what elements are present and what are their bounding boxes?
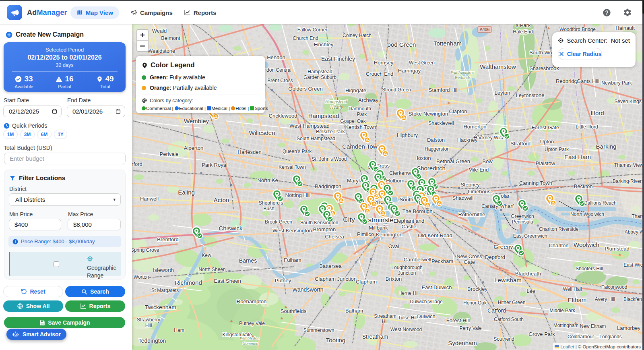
- svg-text:Willesden: Willesden: [249, 129, 275, 136]
- svg-text:Chelsea: Chelsea: [325, 234, 344, 240]
- svg-text:Southfields: Southfields: [281, 308, 307, 314]
- svg-text:East Finchley: East Finchley: [321, 56, 355, 62]
- svg-text:Fallow Corner: Fallow Corner: [297, 27, 328, 33]
- svg-text:Hoxton: Hoxton: [414, 155, 431, 161]
- svg-text:Southend: Southend: [493, 336, 514, 342]
- svg-text:Kennington: Kennington: [376, 232, 402, 238]
- svg-text:Leytonstone: Leytonstone: [516, 92, 545, 98]
- svg-text:Plumstead: Plumstead: [605, 246, 629, 252]
- svg-text:Barking: Barking: [596, 143, 617, 150]
- svg-text:Notting Hill: Notting Hill: [285, 192, 311, 198]
- svg-text:Paddington: Paddington: [315, 183, 341, 189]
- svg-text:Highbury: Highbury: [397, 132, 418, 138]
- svg-text:North Woolwich: North Woolwich: [570, 211, 604, 217]
- svg-text:East Dulwich: East Dulwich: [421, 284, 452, 290]
- svg-text:Brent Cross: Brent Cross: [267, 78, 293, 83]
- svg-text:Oval: Oval: [388, 243, 399, 249]
- svg-text:Hill: Hill: [145, 323, 152, 328]
- svg-text:Park: Park: [357, 112, 367, 117]
- svg-text:Camden Town: Camden Town: [342, 143, 381, 150]
- svg-text:West Green: West Green: [409, 60, 435, 66]
- svg-text:Clapham Junction: Clapham Junction: [315, 276, 357, 282]
- svg-text:Brompton: Brompton: [313, 226, 336, 232]
- svg-text:Hanwell: Hanwell: [140, 196, 159, 202]
- svg-text:Tulse Hill: Tulse Hill: [398, 315, 418, 321]
- svg-text:St Margarets: St Margarets: [151, 288, 179, 293]
- svg-text:stminster: stminster: [368, 216, 396, 224]
- svg-text:Old Kent Road: Old Kent Road: [418, 232, 452, 238]
- svg-text:Hampstead: Hampstead: [308, 69, 332, 75]
- svg-text:Blackfen: Blackfen: [623, 296, 642, 302]
- svg-text:Newbury Park: Newbury Park: [601, 80, 632, 86]
- svg-text:Dalston: Dalston: [427, 137, 445, 143]
- svg-text:Dartmouth: Dartmouth: [349, 106, 371, 112]
- svg-text:Wimbledon: Wimbledon: [239, 336, 260, 340]
- svg-text:A406: A406: [480, 27, 490, 32]
- svg-text:Mile End: Mile End: [469, 167, 489, 173]
- svg-text:Deptford: Deptford: [485, 254, 505, 260]
- svg-text:Avery Hill: Avery Hill: [595, 296, 615, 302]
- svg-text:Battersea: Battersea: [319, 263, 342, 269]
- svg-text:South Hampstead: South Hampstead: [297, 136, 335, 141]
- svg-text:Bethnal Green: Bethnal Green: [436, 158, 470, 164]
- svg-text:Rotherhithe: Rotherhithe: [458, 211, 485, 217]
- svg-text:s Park: s Park: [516, 24, 531, 28]
- svg-text:Lewisham: Lewisham: [494, 277, 522, 284]
- svg-text:New Eltham: New Eltham: [580, 323, 606, 329]
- svg-text:Chiswick: Chiswick: [219, 225, 243, 232]
- svg-text:Brixton: Brixton: [386, 276, 402, 282]
- svg-text:Eltham: Eltham: [568, 296, 587, 303]
- svg-text:The Borough: The Borough: [402, 208, 432, 214]
- svg-text:nford: nford: [132, 161, 142, 167]
- svg-text:Homerton: Homerton: [463, 124, 486, 130]
- svg-text:Queen's Park: Queen's Park: [283, 149, 312, 154]
- svg-text:Holborn: Holborn: [386, 178, 405, 184]
- svg-text:Golders Green: Golders Green: [288, 86, 322, 92]
- svg-text:Isleworth: Isleworth: [153, 267, 174, 273]
- svg-text:Middle Park: Middle Park: [549, 308, 575, 313]
- svg-text:Brockley: Brockley: [467, 286, 487, 292]
- svg-text:Stamford Hill: Stamford Hill: [429, 87, 459, 93]
- svg-text:Wealdstone: Wealdstone: [148, 48, 175, 54]
- svg-text:New Cross: New Cross: [456, 253, 482, 259]
- svg-text:Shacklewell: Shacklewell: [428, 120, 454, 126]
- svg-text:Abbey W: Abbey W: [625, 229, 644, 235]
- svg-text:Herne Hill: Herne Hill: [398, 290, 420, 296]
- svg-text:Barnes: Barnes: [239, 257, 257, 264]
- svg-text:Woodford Bridge: Woodford Bridge: [559, 27, 596, 32]
- svg-text:Greenwich: Greenwich: [511, 213, 534, 219]
- svg-text:Bush: Bush: [263, 206, 274, 211]
- svg-text:East Wick: East Wick: [623, 262, 644, 268]
- svg-text:Belmont: Belmont: [161, 35, 180, 41]
- svg-text:Garden Suburb: Garden Suburb: [303, 75, 336, 80]
- svg-text:Fulham: Fulham: [284, 257, 301, 263]
- svg-text:Blackheath: Blackheath: [515, 271, 541, 277]
- svg-text:Canning Town: Canning Town: [519, 180, 552, 186]
- svg-text:Catford South: Catford South: [494, 317, 524, 322]
- svg-text:Summerstown: Summerstown: [303, 327, 334, 333]
- svg-text:Upton: Upton: [540, 139, 554, 145]
- svg-text:Perivale: Perivale: [160, 151, 179, 157]
- svg-text:Stoke Newington: Stoke Newington: [409, 111, 448, 117]
- svg-text:Hale End: Hale End: [513, 29, 533, 35]
- svg-text:Teddington: Teddington: [138, 338, 166, 344]
- svg-text:Brentford: Brentford: [157, 236, 178, 242]
- svg-text:Clapton: Clapton: [449, 108, 467, 114]
- svg-text:Highgate: Highgate: [345, 87, 366, 93]
- svg-text:Stepney: Stepney: [460, 182, 480, 188]
- svg-text:Gants Hill: Gants Hill: [577, 78, 599, 84]
- svg-text:Tottenham: Tottenham: [433, 40, 462, 47]
- svg-text:Belsize Park: Belsize Park: [316, 128, 345, 135]
- svg-text:Perry Vale: Perry Vale: [459, 325, 481, 331]
- svg-text:Dulwich: Dulwich: [417, 313, 436, 319]
- svg-text:Limehouse: Limehouse: [468, 188, 493, 195]
- svg-text:Well Hall: Well Hall: [563, 286, 582, 292]
- svg-text:Ilford: Ilford: [590, 110, 604, 116]
- svg-text:Hackney Wick: Hackney Wick: [474, 135, 505, 141]
- svg-text:Weald: Weald: [152, 28, 167, 34]
- svg-text:Kentish Town: Kentish Town: [345, 124, 376, 130]
- svg-text:Lee: Lee: [526, 288, 535, 294]
- svg-text:Kew: Kew: [202, 253, 211, 258]
- svg-text:Camberwell: Camberwell: [404, 257, 431, 263]
- svg-text:Richmond: Richmond: [175, 279, 202, 286]
